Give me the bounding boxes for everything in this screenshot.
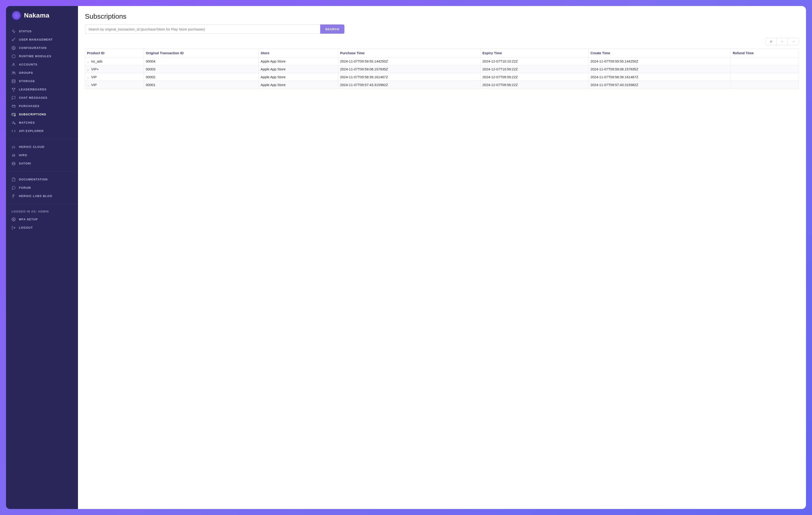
cell-refund-time — [731, 57, 799, 65]
sidebar-item-mfa-setup[interactable]: MFA Setup — [6, 215, 78, 224]
nav-external: Heroic CloudHiroSatori — [6, 141, 78, 170]
table-head: Product IDOriginal Transaction IDStorePu… — [85, 49, 799, 57]
pager — [85, 38, 799, 45]
sidebar-item-label: API Explorer — [19, 130, 44, 133]
sidebar-item-subscriptions[interactable]: Subscriptions — [6, 110, 78, 119]
cell-product-id: VIP — [85, 73, 144, 81]
activity-icon — [11, 29, 16, 33]
sidebar-item-satori[interactable]: Satori — [6, 160, 78, 168]
sidebar-item-hiro[interactable]: Hiro — [6, 151, 78, 160]
user-icon — [11, 62, 16, 67]
svg-point-13 — [12, 162, 15, 165]
product-id-text: VIP+ — [91, 67, 99, 71]
nav-resources: DocumentationForumHeroic Labs Blog — [6, 173, 78, 202]
sidebar-item-label: Accounts — [19, 63, 37, 66]
sidebar-item-logout[interactable]: Logout — [6, 224, 78, 232]
sidebar-item-leaderboards[interactable]: Leaderboards — [6, 85, 78, 94]
document-icon — [11, 177, 16, 181]
cell-create-time: 2024-11-07T09:59:55.144250Z — [588, 57, 731, 65]
table-row[interactable]: VIP+00003Apple App Store2024-11-07T09:59… — [85, 65, 799, 73]
key-icon — [11, 38, 16, 42]
table-header: Expiry Time — [481, 49, 588, 57]
chevron-right-icon[interactable] — [87, 84, 89, 86]
svg-rect-6 — [12, 105, 15, 107]
first-page-icon — [769, 39, 773, 44]
logout-icon — [11, 226, 16, 230]
cell-store: Apple App Store — [259, 57, 338, 65]
trophy-icon — [11, 87, 16, 92]
cell-original-transaction-id: 00003 — [144, 65, 259, 73]
table-row[interactable]: VIP00002Apple App Store2024-11-07T09:58:… — [85, 73, 799, 81]
cell-original-transaction-id: 00004 — [144, 57, 259, 65]
table-header: Store — [259, 49, 338, 57]
rocket-icon — [11, 194, 16, 198]
sidebar-item-forum[interactable]: Forum — [6, 184, 78, 192]
svg-point-1 — [13, 48, 14, 49]
sidebar-item-api-explorer[interactable]: API Explorer — [6, 127, 78, 135]
gear-icon — [11, 217, 16, 222]
svg-rect-7 — [12, 113, 16, 116]
cell-product-id: VIP+ — [85, 65, 144, 73]
sidebar-item-documentation[interactable]: Documentation — [6, 175, 78, 184]
sidebar-item-label: MFA Setup — [19, 218, 38, 221]
cell-expiry-time: 2024-12-07T09:56:22Z — [481, 81, 588, 89]
cell-original-transaction-id: 00002 — [144, 73, 259, 81]
brand-name: Nakama — [24, 12, 49, 19]
sidebar-item-purchases[interactable]: Purchases — [6, 102, 78, 110]
chat-icon — [11, 186, 16, 190]
sidebar-item-matches[interactable]: Matches — [6, 119, 78, 127]
pager-next-button[interactable] — [788, 38, 799, 45]
nav-primary: StatusUser ManagementConfigurationRuntim… — [6, 25, 78, 137]
sidebar-item-accounts[interactable]: Accounts — [6, 60, 78, 69]
chevron-right-icon[interactable] — [87, 76, 89, 78]
sidebar-item-status[interactable]: Status — [6, 27, 78, 35]
table-row[interactable]: no_ads00004Apple App Store2024-11-07T09:… — [85, 57, 799, 65]
cell-product-id: no_ads — [85, 57, 144, 65]
hexagon-icon — [11, 54, 16, 58]
pager-first-button[interactable] — [765, 38, 777, 45]
sidebar-item-label: Subscriptions — [19, 113, 46, 116]
sidebar-item-label: Forum — [19, 186, 31, 190]
arrow-right-icon — [791, 39, 795, 44]
search-button[interactable]: SEARCH — [320, 25, 344, 34]
sidebar-item-label: Groups — [19, 71, 33, 75]
svg-point-5 — [12, 80, 15, 81]
sidebar-item-label: Runtime Modules — [19, 55, 52, 58]
sidebar-item-configuration[interactable]: Configuration — [6, 44, 78, 52]
sidebar-item-groups[interactable]: Groups — [6, 69, 78, 77]
sidebar-item-label: Storage — [19, 80, 35, 83]
page-title: Subscriptions — [85, 12, 799, 20]
pager-prev-button[interactable] — [777, 38, 788, 45]
session-label: Logged in as: admin — [6, 208, 78, 215]
sidebar-item-label: Configuration — [19, 47, 47, 50]
sidebar-item-chat-messages[interactable]: Chat Messages — [6, 94, 78, 102]
nav-divider — [6, 139, 78, 139]
sidebar-item-runtime-modules[interactable]: Runtime Modules — [6, 52, 78, 60]
cell-store: Apple App Store — [259, 73, 338, 81]
card-icon — [11, 112, 16, 116]
cell-expiry-time: 2024-12-07T10:10:22Z — [481, 57, 588, 65]
nav-session: Logged in as: admin MFA SetupLogout — [6, 206, 78, 234]
sidebar: Nakama StatusUser ManagementConfiguratio… — [6, 6, 78, 509]
sidebar-item-label: Heroic Labs Blog — [19, 195, 52, 198]
svg-point-4 — [14, 72, 15, 73]
svg-point-2 — [13, 63, 14, 65]
sidebar-item-heroic-labs-blog[interactable]: Heroic Labs Blog — [6, 192, 78, 200]
product-id-text: VIP — [91, 75, 97, 79]
cell-purchase-time: 2024-11-07T09:58:39.161467Z — [338, 73, 481, 81]
search-input[interactable] — [85, 25, 320, 34]
cart-icon — [11, 104, 16, 108]
database-icon — [11, 79, 16, 83]
sidebar-item-label: Status — [19, 30, 32, 33]
sidebar-item-user-management[interactable]: User Management — [6, 35, 78, 44]
cell-create-time: 2024-11-07T09:59:08.157835Z — [588, 65, 731, 73]
search-row: SEARCH — [85, 25, 799, 34]
sidebar-item-storage[interactable]: Storage — [6, 77, 78, 85]
chevron-right-icon[interactable] — [87, 60, 89, 62]
svg-point-11 — [12, 155, 13, 156]
table-body: no_ads00004Apple App Store2024-11-07T09:… — [85, 57, 799, 89]
sidebar-item-heroic-cloud[interactable]: Heroic Cloud — [6, 143, 78, 151]
chevron-right-icon[interactable] — [87, 68, 89, 70]
table-row[interactable]: VIP00001Apple App Store2024-11-07T09:57:… — [85, 81, 799, 89]
table-header: Create Time — [588, 49, 731, 57]
